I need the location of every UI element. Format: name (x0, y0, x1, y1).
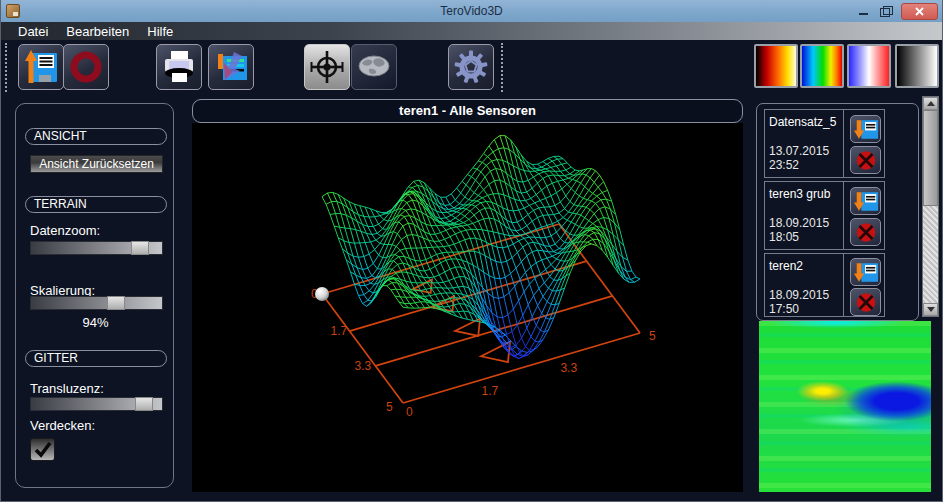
floppy-down-arrow-icon (853, 261, 879, 284)
scrollbar-thumb[interactable] (923, 110, 938, 206)
arrow-up-icon (927, 101, 935, 106)
plot-title: teren1 - Alle Sensoren (192, 99, 743, 123)
colormap-blue-white-red-button[interactable] (847, 44, 891, 88)
colormap-grayscale-button[interactable] (895, 44, 939, 88)
record-circle-icon (68, 49, 104, 85)
open-save-data-button[interactable] (18, 44, 64, 90)
dataset-save-button-2[interactable] (850, 187, 881, 215)
svg-text:5: 5 (649, 329, 656, 343)
titlebar: TeroVido3D (1, 0, 942, 22)
verdecken-label: Verdecken: (30, 418, 95, 433)
crosshair-tool-button[interactable] (304, 44, 350, 90)
datenzoom-label: Datenzoom: (30, 223, 100, 238)
verdecken-checkbox[interactable] (30, 438, 55, 461)
dataset-save-button-3[interactable] (850, 258, 881, 286)
dataset-save-button-1[interactable] (850, 115, 881, 143)
terrain-section-header: TERRAIN (25, 196, 167, 213)
app-icon (6, 4, 20, 18)
datenzoom-slider-handle[interactable] (131, 241, 149, 255)
skalierung-percent-value: 94% (16, 315, 175, 330)
settings-button[interactable] (448, 44, 494, 90)
floppy-down-arrow-icon (853, 118, 879, 141)
divider (843, 110, 844, 177)
terrain-wireframe-plot: 01.73.3501.73.35 (192, 123, 743, 492)
svg-text:3.3: 3.3 (560, 361, 577, 375)
print-button[interactable] (156, 44, 202, 90)
dataset-name: teren3 grub (769, 187, 830, 201)
dataset-delete-button-1[interactable] (850, 146, 881, 174)
floppy-up-arrow-icon (23, 49, 59, 85)
datenzoom-slider[interactable] (30, 241, 163, 255)
globe-icon (356, 49, 392, 85)
transluzenz-slider-handle[interactable] (135, 397, 153, 411)
skalierung-slider-handle[interactable] (107, 296, 125, 310)
arrow-down-icon (927, 307, 935, 312)
crosshair-icon (309, 49, 345, 85)
printer-icon (161, 49, 197, 85)
dataset-delete-button-2[interactable] (850, 218, 881, 246)
menu-bearbeiten[interactable]: Bearbeiten (57, 24, 138, 39)
maximize-button[interactable] (879, 5, 893, 17)
check-icon (33, 441, 53, 459)
globe-view-button[interactable] (351, 44, 397, 90)
colormap-hot-button[interactable] (754, 44, 798, 88)
scroll-down-button[interactable] (923, 303, 938, 316)
menu-hilfe[interactable]: Hilfe (138, 24, 182, 39)
dataset-date: 18.09.2015 18:05 (769, 216, 829, 244)
dataset-delete-button-3[interactable] (850, 288, 881, 316)
floppy-down-arrow-icon (853, 190, 879, 213)
dataset-item-2[interactable]: teren3 grub 18.09.2015 18:05 (764, 181, 885, 250)
window-title: TeroVido3D (1, 4, 942, 18)
ansicht-section-header: ANSICHT (25, 128, 167, 145)
terrain-3d-view[interactable]: 01.73.3501.73.35 (192, 123, 743, 492)
svg-text:0: 0 (406, 405, 413, 419)
dataset-name: Datensatz_5 (769, 115, 836, 129)
svg-text:3.3: 3.3 (355, 359, 372, 373)
floppy-export-arrow-icon (213, 49, 249, 85)
sidebar-panel: ANSICHT Ansicht Zurücksetzen TERRAIN Dat… (15, 103, 174, 488)
close-icon (914, 6, 925, 17)
scroll-up-button[interactable] (923, 97, 938, 110)
svg-text:1.7: 1.7 (331, 324, 348, 338)
menubar: Datei Bearbeiten Hilfe (1, 22, 942, 40)
export-image-button[interactable] (208, 44, 254, 90)
colormap-rainbow-button[interactable] (800, 44, 844, 88)
minimize-button[interactable] (857, 5, 871, 17)
dataset-name: teren2 (769, 259, 803, 273)
toolbar-gripper (5, 43, 8, 92)
dataset-date: 13.07.2015 23:52 (769, 144, 829, 172)
divider (843, 254, 844, 316)
menu-datei[interactable]: Datei (9, 24, 57, 39)
dataset-scrollbar[interactable] (922, 96, 939, 317)
gitter-section-header: GITTER (25, 350, 167, 367)
dataset-date: 18.09.2015 17:50 (769, 288, 829, 316)
svg-text:1.7: 1.7 (482, 384, 499, 398)
reset-view-button[interactable]: Ansicht Zurücksetzen (30, 155, 163, 173)
toolbar (1, 40, 942, 95)
record-button[interactable] (63, 44, 109, 90)
svg-text:5: 5 (386, 400, 393, 414)
delete-x-icon (854, 291, 878, 314)
skalierung-slider[interactable] (30, 296, 163, 310)
delete-x-icon (854, 149, 878, 172)
delete-x-icon (854, 221, 878, 244)
dataset-item-3[interactable]: teren2 18.09.2015 17:50 (764, 253, 885, 317)
divider (843, 182, 844, 249)
gear-icon (453, 49, 489, 85)
transluzenz-label: Transluzenz: (30, 381, 104, 396)
toolbar-gripper-2 (501, 43, 504, 92)
transluzenz-slider[interactable] (30, 397, 163, 411)
app-window: TeroVido3D Datei Bearbeiten Hilfe (0, 0, 943, 502)
dataset-item-1[interactable]: Datensatz_5 13.07.2015 23:52 (764, 109, 885, 178)
close-button[interactable] (901, 3, 938, 20)
heatmap-preview (759, 321, 931, 492)
dataset-list-panel: Datensatz_5 13.07.2015 23:52 (756, 103, 919, 321)
